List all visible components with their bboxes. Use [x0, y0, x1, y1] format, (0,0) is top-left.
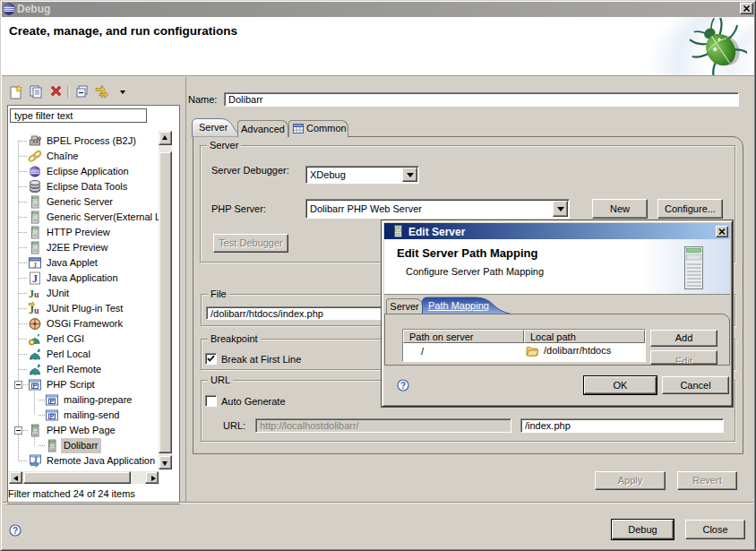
- svg-text:P: P: [49, 412, 54, 420]
- svg-text:u: u: [34, 289, 39, 299]
- svg-text:?: ?: [400, 381, 406, 391]
- svg-text:P: P: [32, 382, 37, 390]
- svg-text:J: J: [32, 272, 38, 285]
- svg-text:u: u: [34, 306, 39, 315]
- svg-text:P: P: [49, 397, 54, 405]
- svg-text:J: J: [33, 261, 38, 270]
- svg-text:?: ?: [13, 526, 18, 536]
